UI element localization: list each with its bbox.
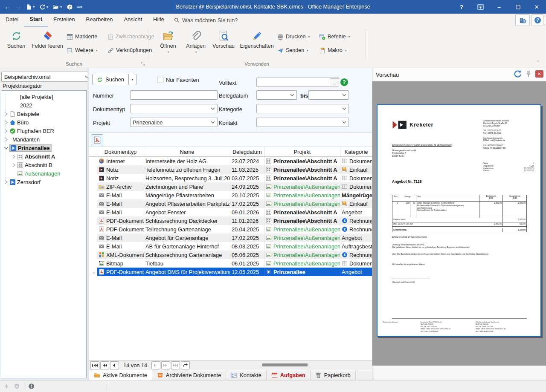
tree-item-außenanlagen[interactable]: Außenanlagen [1, 169, 86, 178]
tab-aktive-dokumente[interactable]: Aktive Dokumente [89, 370, 152, 380]
help-button[interactable]: ? [452, 0, 471, 14]
kontakt-combo[interactable] [256, 118, 349, 127]
tab-start[interactable]: Start [24, 13, 48, 27]
table-row[interactable]: →PDF-DokumentAngebot DMS für Projektverw… [89, 268, 372, 276]
form-suchen-button[interactable]: Suchen ▾ [92, 74, 136, 85]
expander-collapsed-icon[interactable] [3, 180, 9, 184]
ribbon-suchen-button[interactable]: Suchen [3, 28, 29, 49]
expander-collapsed-icon[interactable] [11, 163, 17, 167]
kategorie-combo[interactable] [256, 104, 349, 113]
tree-item-mandanten[interactable]: Mandanten [1, 135, 86, 144]
table-row[interactable]: E-MailAB für Gartenanlage Hinterhof08.03… [89, 242, 372, 251]
expander-expanded-icon[interactable] [3, 146, 9, 150]
pin-icon[interactable] [525, 70, 532, 78]
nur-favoriten-checkbox[interactable]: Nur Favoriten [157, 77, 199, 83]
ribbon-drucken-button[interactable]: Drucken ▾ [277, 32, 310, 42]
tell-me-search[interactable]: Was möchten Sie tun? [174, 17, 238, 23]
ribbon-oeffnen-button[interactable]: Öffnen ▾ [156, 28, 180, 54]
table-row[interactable]: InternetInternetseite der Holz AG23.07.2… [89, 157, 372, 165]
horizontal-scrollbar[interactable] [157, 363, 370, 367]
collapse-ribbon-icon[interactable]: ⌃ [536, 60, 540, 65]
tree-item-abschnitt-b[interactable]: Abschnitt B [1, 161, 86, 169]
ribbon-weitere-button[interactable]: Weitere ▾ [67, 45, 98, 55]
header-projekt[interactable]: Projekt [264, 147, 340, 156]
tree-item--alle-projekte-[interactable]: [alle Projekte] [1, 92, 86, 101]
ribbon-markierte-button[interactable]: Markierte [67, 32, 97, 42]
customize-qat-icon[interactable]: ═▾ [77, 5, 82, 9]
tree-item-prinzenallee[interactable]: Prinzenallee [1, 144, 86, 152]
first-record-button[interactable] [90, 361, 99, 369]
volltext-input[interactable] [256, 78, 339, 87]
tab-archivierte-dokumente[interactable]: Archivierte Dokumente [152, 370, 226, 380]
belegdatum-von-combo[interactable] [256, 90, 297, 100]
qat-help-button[interactable]: ? [67, 4, 73, 10]
ribbon-display-options-button[interactable] [471, 0, 490, 14]
forward-arrow-icon[interactable]: → [15, 0, 21, 14]
preview-page[interactable]: Krekeler Softwarebüro Harald KrekelerFri… [377, 104, 541, 337]
tab-datei[interactable]: Datei [0, 14, 24, 26]
tree-item-flughafen-ber[interactable]: Flughafen BER [1, 127, 86, 135]
header-dokumenttyp[interactable]: Dokumenttyp [97, 147, 144, 156]
tab-ansicht[interactable]: Ansicht [118, 14, 148, 26]
tree-item-zernsdorf[interactable]: Zernsdorf [1, 178, 86, 186]
tree-item-abschnitt-a[interactable]: Abschnitt A [1, 152, 86, 161]
table-row[interactable]: NotizHolzsorten, Besprechung 3. Juli 202… [89, 174, 372, 182]
table-row[interactable]: PDF-DokumentTeilrechnung Gartenanlage20.… [89, 225, 372, 233]
header-name[interactable]: Name [144, 147, 230, 156]
nummer-input[interactable] [130, 90, 218, 100]
preview-refresh-icon[interactable] [514, 70, 522, 78]
ribbon-anlagen-button[interactable]: Anlagen ▾ [183, 28, 208, 54]
header-kategorie[interactable]: Kategorie [340, 147, 372, 156]
expander-collapsed-icon[interactable] [3, 129, 9, 133]
tab-erstellen[interactable]: Erstellen [48, 14, 81, 26]
table-row[interactable]: BitmapTiefbau06.01.2025Prinzenallee\Auße… [89, 259, 372, 268]
maximize-button[interactable] [508, 0, 527, 14]
table-row[interactable]: E-MailAngebot für Gartenanlage17.02.2025… [89, 233, 372, 242]
projekt-combo[interactable]: Prinzenallee [130, 118, 218, 127]
close-button[interactable]: ✕ [527, 0, 546, 14]
table-row[interactable]: NotizTelefonnotiz zu offenen Fragen11.03… [89, 165, 372, 174]
expander-collapsed-icon[interactable] [11, 154, 17, 159]
tab-papierkorb[interactable]: Papierkorb [311, 370, 356, 380]
back-arrow-icon[interactable]: ← [4, 0, 11, 14]
refresh-button[interactable]: ▾ [39, 4, 49, 10]
checkbox-box[interactable] [157, 77, 163, 83]
volltext-more-button[interactable]: ... [330, 78, 339, 87]
volltext-help-icon[interactable]: ? [340, 78, 348, 86]
ribbon-vorschau-button[interactable]: Vorschau [211, 28, 236, 49]
scrollbar-thumb[interactable] [262, 363, 308, 366]
tab-hilfe[interactable]: Hilfe [148, 14, 170, 26]
ribbon-felder-leeren-button[interactable]: Felder leeren [30, 28, 65, 49]
table-row[interactable]: PDF-DokumentSchlussrechnung Dackdecker11… [89, 216, 372, 225]
online-manual-button[interactable] [515, 14, 530, 26]
tree-item-beispiele[interactable]: Beispiele [1, 110, 86, 118]
suchen-dialog-launcher[interactable] [141, 61, 145, 66]
archive-selector[interactable]: Beispielarchiv.omsl [1, 72, 92, 82]
tab-kontakte[interactable]: Kontakte [226, 370, 267, 380]
header-belegdatum[interactable]: Belegdatum [230, 147, 264, 156]
table-row[interactable]: XML-DokumentSchlussrechnung Gartenanlage… [89, 251, 372, 259]
pdf-filetype-button[interactable] [91, 134, 103, 146]
table-row[interactable]: E-MailAngebot Fenster09.01.2026Prinzenal… [89, 208, 372, 216]
prev-record-button[interactable] [110, 361, 119, 369]
expander-collapsed-icon[interactable] [3, 137, 9, 142]
tree-item-büro[interactable]: Büro [1, 118, 86, 127]
table-row[interactable]: E-MailAngebot Pflasterarbeiten Parkplatz… [89, 199, 372, 208]
ribbon-verknuepfungen-button[interactable]: Verknüpfungen [107, 45, 152, 55]
tab-bearbeiten[interactable]: Bearbeiten [81, 14, 119, 26]
ribbon-makro-button[interactable]: {..} Makro ▾ [319, 45, 347, 55]
quick-actions-lightning-icon[interactable] [3, 383, 10, 389]
open-archive-button[interactable]: ▾ [52, 4, 62, 10]
expander-collapsed-icon[interactable] [3, 120, 9, 125]
notifications-alert-icon[interactable] [28, 383, 35, 389]
expander-collapsed-icon[interactable] [3, 112, 9, 116]
new-document-button[interactable]: ▾ [26, 4, 35, 10]
security-shield-icon[interactable] [14, 383, 20, 389]
ribbon-senden-button[interactable]: Senden ▾ [277, 45, 308, 55]
belegdatum-bis-combo[interactable] [308, 90, 349, 100]
prev-page-button[interactable] [100, 361, 109, 369]
dokumenttyp-combo[interactable] [130, 104, 218, 113]
ribbon-befehle-button[interactable]: Befehle ▾ [319, 32, 350, 42]
tree-item-2022[interactable]: 2022 [1, 101, 86, 110]
ribbon-zwischenablage-button[interactable]: Zwischenablage [107, 32, 154, 42]
